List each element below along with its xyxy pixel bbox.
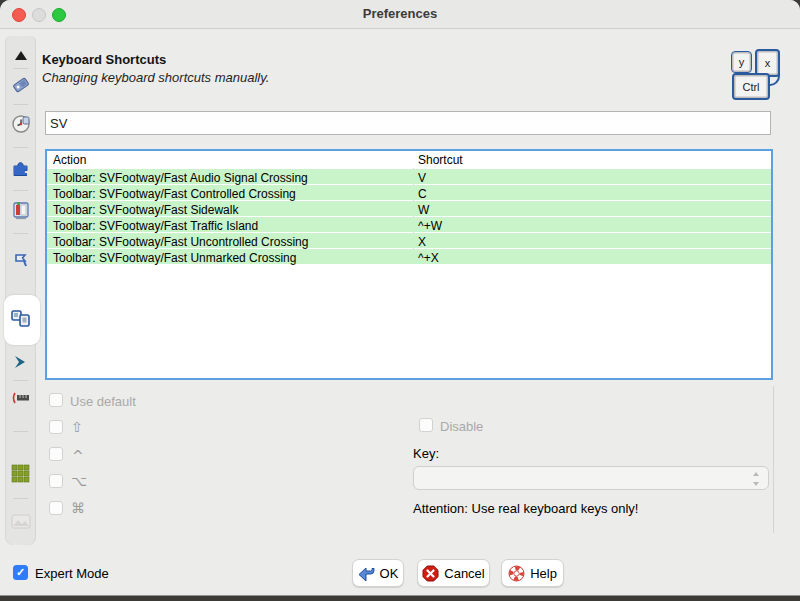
measure-icon [11,391,31,405]
ok-back-arrow-icon [358,566,375,581]
sidebar-item-tagging[interactable] [5,71,36,97]
ok-button[interactable]: OK [352,559,404,587]
shortcuts-table[interactable]: Action Shortcut Toolbar: SVFootway/Fast … [45,149,773,380]
titlebar[interactable]: Preferences [0,0,800,29]
sidebar-item-plugins[interactable] [5,155,36,181]
window-title: Preferences [0,6,800,21]
keycap-x-label: x [765,57,771,69]
cell-shortcut: C [418,187,427,201]
attention-text: Attention: Use real keyboard keys only! [413,501,638,516]
sidebar-tab-strip [5,36,36,545]
keycap-y-label: y [739,56,745,68]
screen: Preferences [0,0,800,601]
table-row[interactable]: Toolbar: SVFootway/Fast Unmarked Crossin… [47,249,771,264]
sidebar-item-shortcuts-selected[interactable] [4,295,40,345]
cell-action: Toolbar: SVFootway/Fast Uncontrolled Cro… [53,235,308,249]
sidebar-item-measurement[interactable] [5,385,36,411]
key-label: Key: [413,446,439,461]
help-lifebuoy-icon [508,565,525,582]
keycap-connector [770,72,780,86]
command-modifier-checkbox[interactable] [49,501,63,515]
tag-icon [11,74,31,94]
option-modifier-label: ⌥ [71,473,87,489]
shift-modifier-checkbox[interactable] [49,420,63,434]
help-button-label: Help [530,566,557,581]
cell-shortcut: ^+X [418,251,439,265]
option-modifier-checkbox[interactable] [49,474,63,488]
help-button[interactable]: Help [501,559,564,587]
cell-action: Toolbar: SVFootway/Fast Traffic Island [53,219,258,233]
divider [13,147,28,148]
table-row[interactable]: Toolbar: SVFootway/Fast Sidewalk W [47,201,771,216]
keycap-ctrl-label: Ctrl [742,81,759,93]
keyboard-shortcuts-icon [11,309,33,331]
shift-modifier-label: ⇧ [71,419,83,435]
expert-mode-checkbox[interactable]: ✓ [13,565,28,580]
command-modifier-label: ⌘ [71,500,85,516]
divider [13,190,28,191]
scroll-up-button[interactable] [5,42,36,68]
cell-action: Toolbar: SVFootway/Fast Controlled Cross… [53,187,296,201]
cell-action: Toolbar: SVFootway/Fast Unmarked Crossin… [53,251,296,265]
cell-action: Toolbar: SVFootway/Fast Audio Signal Cro… [53,171,308,185]
divider [13,104,28,105]
page-title: Keyboard Shortcuts [42,52,166,67]
combobox-arrows-icon [752,471,761,487]
column-header-action[interactable]: Action [53,153,86,167]
keycap-ctrl: Ctrl [732,73,770,100]
cell-action: Toolbar: SVFootway/Fast Sidewalk [53,203,238,217]
imagery-icon [11,514,31,529]
grid-icon [11,464,30,483]
cancel-button-label: Cancel [444,566,484,581]
cell-shortcut: ^+W [418,219,442,233]
divider [13,233,28,234]
divider [13,498,28,499]
scroll-up-icon [14,50,28,61]
panel-divider [773,386,774,533]
divider [13,380,28,381]
table-header[interactable]: Action Shortcut [47,151,771,168]
control-modifier-checkbox[interactable] [49,447,63,461]
divider [13,68,28,69]
table-row[interactable]: Toolbar: SVFootway/Fast Controlled Cross… [47,185,771,200]
flag-icon [12,252,30,270]
use-default-label: Use default [70,394,136,409]
cell-shortcut: V [418,171,426,185]
clock-icon [11,114,31,134]
column-header-shortcut[interactable]: Shortcut [418,153,463,167]
display-icon [11,201,31,221]
keycap-y: y [731,51,752,73]
cancel-button[interactable]: Cancel [417,559,490,587]
sidebar-item-imagery-grid[interactable] [5,460,36,486]
sidebar-item-toolbar[interactable] [5,349,36,375]
cancel-icon [422,565,439,582]
table-row[interactable]: Toolbar: SVFootway/Fast Audio Signal Cro… [47,169,771,184]
sidebar-item-connection[interactable] [5,248,36,274]
disable-checkbox[interactable] [419,418,433,432]
key-combobox[interactable] [413,466,769,490]
disable-label: Disable [440,419,483,434]
page-subtitle: Changing keyboard shortcuts manually. [42,70,269,85]
use-default-checkbox[interactable] [49,393,63,407]
arrow-right-icon [12,354,30,370]
ok-button-label: OK [380,566,399,581]
sidebar-item-audio[interactable] [5,111,36,137]
puzzle-icon [11,158,31,178]
sidebar-item-display[interactable] [5,198,36,224]
expert-mode-label: Expert Mode [35,566,109,581]
sidebar-item-background[interactable] [5,508,36,534]
cell-shortcut: W [418,203,429,217]
table-row[interactable]: Toolbar: SVFootway/Fast Traffic Island ^… [47,217,771,232]
shortcut-filter-input[interactable] [45,111,771,135]
preferences-window: Preferences [0,0,800,596]
control-modifier-label: ^ [72,448,84,464]
cell-shortcut: X [418,235,426,249]
table-row[interactable]: Toolbar: SVFootway/Fast Uncontrolled Cro… [47,233,771,248]
divider [13,431,28,432]
